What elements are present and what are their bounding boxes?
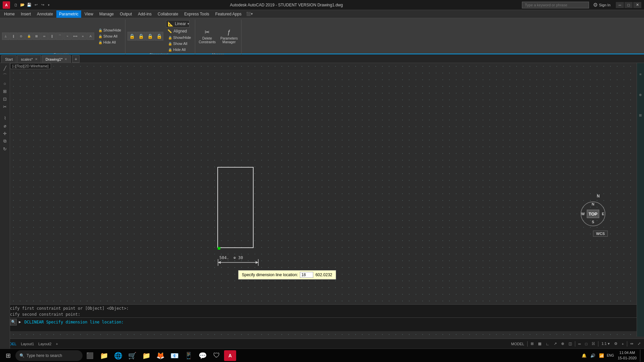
copy-tool[interactable]: ⧉: [1, 137, 9, 145]
close-scales-tab[interactable]: ✕: [35, 57, 38, 61]
workspace-dropdown[interactable]: ⬛▾: [246, 12, 253, 16]
search-input[interactable]: [522, 2, 589, 8]
save-button[interactable]: 💾: [26, 2, 32, 8]
menu-featured-apps[interactable]: Featured Apps: [213, 10, 244, 18]
minimize-button[interactable]: ─: [616, 2, 624, 8]
geo-vertical[interactable]: ‖: [48, 33, 56, 40]
restore-button[interactable]: □: [625, 2, 633, 8]
menu-parametric[interactable]: Parametric: [56, 10, 81, 18]
selection-btn[interactable]: ☵: [590, 340, 597, 348]
taskbar-mail[interactable]: 📧: [168, 350, 181, 362]
geo-auto-constrain[interactable]: A: [87, 33, 94, 40]
geo-show-hide[interactable]: 🔒 Show/Hide: [96, 27, 123, 33]
tab-start[interactable]: Start: [1, 55, 16, 63]
view-tools[interactable]: ⊞: [638, 105, 644, 125]
layout1-tab[interactable]: Layout1: [19, 340, 36, 348]
taskbar-whatsapp[interactable]: 💬: [196, 350, 209, 362]
add-layout-button[interactable]: +: [54, 340, 60, 348]
geo-symmetric[interactable]: ⟺: [71, 33, 79, 40]
undo-button[interactable]: ↩: [33, 2, 39, 8]
draw-circle-tool[interactable]: ○: [1, 80, 9, 87]
grid-btn[interactable]: ⊞: [529, 340, 536, 348]
geo-fix[interactable]: 🔒: [25, 33, 33, 40]
taskbar-edge[interactable]: 🌐: [111, 350, 125, 362]
open-button[interactable]: 📂: [19, 2, 25, 8]
geo-parallel[interactable]: ⊞: [33, 33, 40, 40]
wcs-label[interactable]: WCS: [593, 231, 608, 237]
geo-smooth[interactable]: ~: [64, 33, 71, 40]
geo-collinear[interactable]: ∥: [10, 33, 17, 40]
draw-more-tool[interactable]: ⊞: [1, 87, 9, 95]
geo-concentric[interactable]: ⊙: [17, 33, 25, 40]
menu-express-tools[interactable]: Express Tools: [181, 10, 212, 18]
geo-horizontal[interactable]: ═: [41, 33, 48, 40]
menu-insert[interactable]: Insert: [18, 10, 34, 18]
menu-manage[interactable]: Manage: [97, 10, 116, 18]
notification-icon[interactable]: 🔔: [580, 350, 588, 362]
annotation-visibility[interactable]: ⚙: [612, 340, 620, 348]
layout2-tab[interactable]: Layout2: [36, 340, 53, 348]
snap-btn[interactable]: ▦: [536, 340, 543, 348]
cmd-input[interactable]: [23, 320, 638, 324]
arc-tool2[interactable]: ⌀: [1, 122, 9, 129]
fullscreen-btn[interactable]: ⤢: [636, 340, 643, 348]
new-button[interactable]: 🗋: [13, 2, 19, 8]
linear-button[interactable]: 📐 Linear ▾: [166, 20, 190, 27]
move-tool[interactable]: ✛: [1, 130, 9, 137]
viewport-controls[interactable]: ≡: [638, 64, 644, 84]
help-icon[interactable]: ⚙: [593, 2, 598, 8]
tab-drawing1[interactable]: Drawing1* ✕: [42, 55, 71, 63]
otrack-btn[interactable]: ◫: [567, 340, 574, 348]
geo-hide-all[interactable]: 🔒 Hide All: [96, 40, 123, 45]
auto-scale-btn[interactable]: +: [620, 340, 626, 348]
volume-icon[interactable]: 🔊: [589, 350, 597, 362]
tooltip-input[interactable]: [300, 272, 313, 278]
ortho-btn[interactable]: ∟: [544, 340, 551, 348]
menu-output[interactable]: Output: [117, 10, 135, 18]
menu-annotate[interactable]: Annotate: [34, 10, 56, 18]
network-icon[interactable]: 📶: [598, 350, 606, 362]
transparency-btn[interactable]: □: [583, 340, 590, 348]
trim-tool[interactable]: ✂: [1, 103, 9, 110]
geo-coincident[interactable]: ⊥: [2, 33, 9, 40]
rotate-tool[interactable]: ↻: [1, 145, 9, 153]
line-tool2[interactable]: ⌇: [1, 114, 9, 122]
lineweight-btn[interactable]: ═: [576, 340, 583, 348]
redo-button[interactable]: ↪: [40, 2, 46, 8]
menu-collaborate[interactable]: Collaborate: [155, 10, 181, 18]
osnap-btn[interactable]: ⊕: [559, 340, 566, 348]
dim-lock1[interactable]: 🔒: [127, 32, 136, 41]
erase-tool[interactable]: ⊡: [1, 95, 9, 103]
geo-show-all[interactable]: 🔒 Show All: [96, 34, 123, 39]
workspace-btn[interactable]: ⇔: [628, 340, 635, 348]
delete-constraints-button[interactable]: ✂ DeleteConstraints: [197, 28, 217, 45]
clock-display[interactable]: 11:04 AM 15-01-2020: [615, 350, 639, 361]
dim-lock4[interactable]: 🔒: [155, 32, 163, 41]
dim-show-hide[interactable]: 🔒 Show/Hide: [166, 35, 193, 40]
navigation-tools[interactable]: ⊕: [638, 85, 644, 105]
qa-dropdown[interactable]: ▾: [46, 2, 51, 8]
taskbar-security[interactable]: 🛡: [210, 350, 223, 362]
taskbar-folder[interactable]: 📁: [140, 350, 153, 362]
draw-line-tool[interactable]: ╱: [1, 64, 9, 72]
taskbar-autocad[interactable]: A: [224, 350, 236, 361]
aligned-button[interactable]: 📏 Aligned: [166, 28, 190, 34]
model-space-btn[interactable]: MODEL: [509, 340, 526, 348]
menu-view[interactable]: View: [82, 10, 96, 18]
dim-lock2[interactable]: 🔒: [137, 32, 145, 41]
taskbar-store[interactable]: 🛒: [125, 350, 139, 362]
polar-btn[interactable]: ↗: [552, 340, 559, 348]
sign-in-button[interactable]: Sign In: [599, 3, 610, 7]
task-view-button[interactable]: ⬛: [83, 350, 97, 362]
close-drawing1-tab[interactable]: ✕: [64, 57, 67, 61]
language-indicator[interactable]: ENG: [606, 350, 614, 362]
taskbar-firefox[interactable]: 🦊: [154, 350, 167, 362]
taskbar-phone[interactable]: 📱: [182, 350, 195, 362]
tab-scales[interactable]: scales* ✕: [17, 55, 41, 63]
add-tab-button[interactable]: +: [72, 55, 79, 63]
close-button[interactable]: ✕: [633, 2, 641, 8]
dim-show-all[interactable]: 🔒 Show All: [166, 41, 189, 46]
start-button[interactable]: ⊞: [1, 350, 15, 362]
geo-equal[interactable]: =: [79, 33, 87, 40]
geo-tangent[interactable]: ⌒: [56, 33, 63, 40]
